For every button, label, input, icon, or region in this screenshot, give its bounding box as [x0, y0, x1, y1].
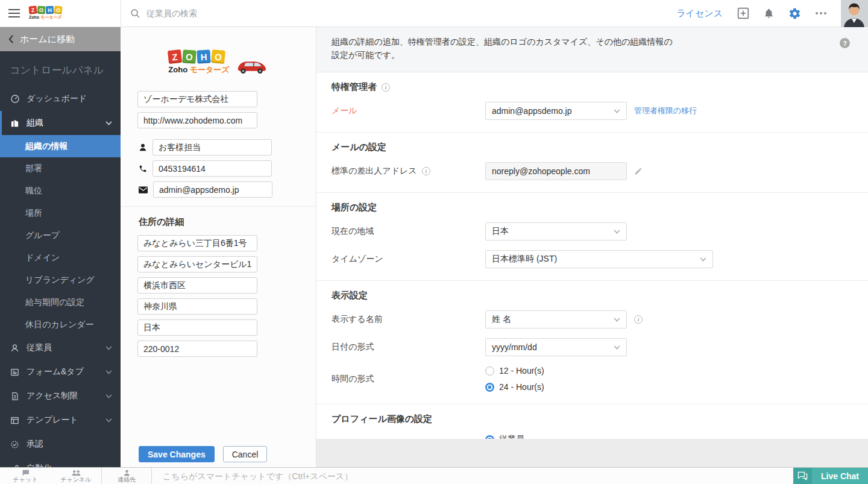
- email-envelope-icon: [139, 186, 148, 193]
- sidebar-subitem-domains[interactable]: ドメイン: [0, 247, 121, 269]
- from-address-field: noreply@zohopeople.com: [485, 162, 627, 180]
- sidebar-subitem-holiday-calendar[interactable]: 休日のカレンダー: [0, 313, 121, 336]
- radio-icon[interactable]: [485, 366, 494, 376]
- add-icon[interactable]: [737, 7, 749, 19]
- radio-12-hour[interactable]: 12 - Hour(s): [485, 366, 544, 376]
- region-label: 現在の地域: [332, 226, 485, 237]
- section-title: 表示設定: [332, 290, 368, 301]
- region-dropdown[interactable]: 日本: [485, 222, 627, 240]
- sidebar-item-label: 承認: [27, 439, 43, 450]
- chevron-down-icon: [105, 121, 112, 125]
- intro-banner: 組織の詳細の追加、特権管理者の設定、組織のロゴのカスタマイズ、その他の組織情報の…: [316, 27, 868, 72]
- phone-input[interactable]: [153, 160, 272, 177]
- transfer-admin-link[interactable]: 管理者権限の移行: [634, 105, 697, 116]
- cancel-button[interactable]: Cancel: [223, 446, 268, 462]
- logo-tile: H: [46, 6, 54, 14]
- divider: [121, 206, 316, 207]
- chevron-down-icon: [614, 230, 620, 234]
- section-location-settings: 場所の設定 現在の地域 日本 タイムゾーン 日本標準時 (JST): [316, 193, 868, 281]
- phone-icon: [139, 165, 147, 173]
- company-name-input[interactable]: [137, 91, 257, 107]
- panel-title: コントロールパネル: [0, 51, 121, 87]
- date-format-label: 日付の形式: [332, 342, 485, 353]
- live-chat-button[interactable]: Live Chat: [793, 468, 868, 484]
- contact-person-input[interactable]: [153, 139, 272, 156]
- country-input[interactable]: [137, 319, 257, 336]
- search-input[interactable]: [146, 8, 484, 18]
- sidebar-subitem-designations[interactable]: 職位: [0, 180, 121, 202]
- sidebar: ホームに移動 コントロールパネル ダッシュボード 組織 組織の情報 部署 職位 …: [0, 27, 121, 467]
- section-display-settings: 表示設定 表示する名前 姓 名 i 日付の形式 yyyy/mm/dd 時間の形式…: [316, 281, 868, 404]
- section-profile-photo-settings: プロフィール画像の設定 担当者 従業員 管理者: [316, 404, 868, 439]
- section-mail-settings: メールの設定 標準の差出人アドレスi noreply@zohopeople.co…: [316, 133, 868, 193]
- section-title: 場所の設定: [332, 202, 377, 213]
- back-to-home-label: ホームに移動: [20, 34, 75, 45]
- more-options-icon[interactable]: [816, 12, 826, 14]
- logo-subtext: Zoho モーターズ: [168, 64, 229, 75]
- sidebar-subitem-rebranding[interactable]: リブランディング: [0, 269, 121, 291]
- radio-employee[interactable]: 従業員: [485, 434, 524, 439]
- zip-input[interactable]: [137, 341, 257, 357]
- sidebar-item-employees[interactable]: 従業員: [0, 336, 121, 360]
- sidebar-subitem-groups[interactable]: グループ: [0, 224, 121, 247]
- save-changes-button[interactable]: Save Changes: [139, 446, 215, 462]
- user-avatar[interactable]: [841, 0, 868, 27]
- dashboard-gauge-icon: [10, 94, 20, 104]
- sidebar-item-forms-tabs[interactable]: フォーム&タブ: [0, 360, 121, 384]
- top-bar: Z O H O Zoho モーターズ ライセンス: [0, 0, 868, 27]
- sidebar-subitem-departments[interactable]: 部署: [0, 157, 121, 180]
- sidebar-subitem-org-info[interactable]: 組織の情報: [0, 135, 121, 157]
- live-chat-label: Live Chat: [812, 468, 868, 484]
- back-to-home[interactable]: ホームに移動: [0, 27, 121, 51]
- smart-chat-bar: チャット チャンネル 連絡先 Live Chat: [0, 467, 868, 484]
- section-title: メールの設定: [332, 142, 386, 153]
- divider: [121, 0, 121, 27]
- email-input[interactable]: [153, 181, 272, 198]
- section-super-admin: 特権管理者i メール admin@appsdemo.jp 管理者権限の移行: [316, 72, 868, 133]
- settings-gear-icon[interactable]: [788, 7, 801, 20]
- sidebar-item-organization[interactable]: 組織: [0, 111, 121, 135]
- logo-tile: Z: [168, 49, 182, 64]
- chevron-down-icon: [105, 370, 112, 374]
- sidebar-item-dashboard[interactable]: ダッシュボード: [0, 87, 121, 111]
- radio-24-hour[interactable]: 24 - Hour(s): [485, 382, 544, 392]
- sidebar-item-label: アクセス制限: [27, 391, 78, 401]
- employee-person-icon: [10, 344, 20, 353]
- display-name-dropdown[interactable]: 姓 名: [485, 310, 627, 328]
- sidebar-item-label: 従業員: [27, 342, 52, 353]
- edit-pencil-icon[interactable]: [634, 167, 643, 175]
- radio-checked-icon[interactable]: [485, 383, 494, 392]
- help-question-icon[interactable]: ?: [840, 38, 850, 48]
- zoho-motors-logo: Z O H O Zoho モーターズ: [121, 27, 316, 91]
- logo-tile: H: [197, 49, 211, 63]
- sidebar-subitem-pay-period[interactable]: 給与期間の設定: [0, 291, 121, 313]
- info-icon[interactable]: i: [422, 167, 430, 175]
- livechat-bubble-icon: [797, 471, 808, 480]
- smart-chat-input[interactable]: [163, 471, 762, 481]
- license-link[interactable]: ライセンス: [676, 8, 723, 19]
- radio-checked-icon[interactable]: [485, 435, 494, 439]
- date-format-dropdown[interactable]: yyyy/mm/dd: [485, 338, 627, 356]
- timezone-dropdown[interactable]: 日本標準時 (JST): [485, 250, 713, 268]
- chevron-down-icon: [700, 257, 706, 262]
- back-chevron-icon: [8, 35, 14, 43]
- website-input[interactable]: [137, 112, 257, 128]
- info-icon[interactable]: i: [634, 315, 643, 324]
- zoho-motors-logo-small[interactable]: Z O H O Zoho モーターズ: [29, 6, 119, 20]
- sidebar-item-access-restriction[interactable]: アクセス制限: [0, 384, 121, 408]
- notifications-bell-icon[interactable]: [764, 8, 774, 19]
- channels-tab[interactable]: チャンネル: [51, 468, 101, 484]
- city-input[interactable]: [137, 277, 257, 294]
- address-line1-input[interactable]: [137, 235, 257, 251]
- address-line2-input[interactable]: [137, 256, 257, 272]
- contacts-tab[interactable]: 連絡先: [101, 468, 152, 484]
- admin-email-dropdown[interactable]: admin@appsdemo.jp: [485, 102, 627, 120]
- chat-tab[interactable]: チャット: [0, 468, 51, 484]
- sidebar-subitem-locations[interactable]: 場所: [0, 202, 121, 224]
- state-input[interactable]: [137, 298, 257, 315]
- hamburger-menu-icon[interactable]: [0, 0, 28, 27]
- info-icon[interactable]: i: [382, 83, 390, 92]
- search-icon[interactable]: [130, 8, 140, 19]
- sidebar-item-approvals[interactable]: 承認: [0, 432, 121, 456]
- sidebar-item-templates[interactable]: テンプレート: [0, 408, 121, 432]
